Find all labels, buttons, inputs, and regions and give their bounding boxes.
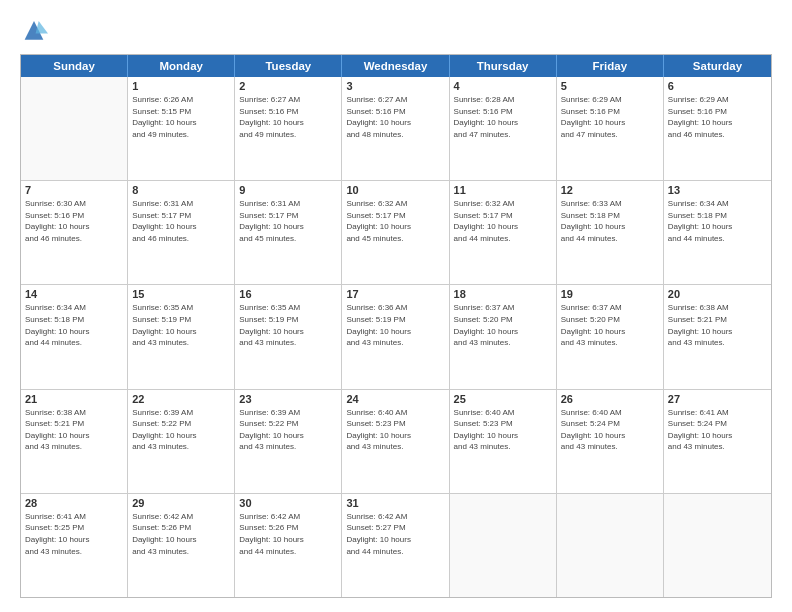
day-cell-7: 7Sunrise: 6:30 AM Sunset: 5:16 PM Daylig…	[21, 181, 128, 284]
day-number: 13	[668, 184, 767, 196]
day-info: Sunrise: 6:40 AM Sunset: 5:23 PM Dayligh…	[346, 407, 444, 453]
day-cell-17: 17Sunrise: 6:36 AM Sunset: 5:19 PM Dayli…	[342, 285, 449, 388]
day-cell-23: 23Sunrise: 6:39 AM Sunset: 5:22 PM Dayli…	[235, 390, 342, 493]
day-cell-empty-0-0	[21, 77, 128, 180]
header-cell-saturday: Saturday	[664, 55, 771, 77]
day-info: Sunrise: 6:42 AM Sunset: 5:26 PM Dayligh…	[239, 511, 337, 557]
logo-icon	[20, 18, 48, 46]
day-cell-12: 12Sunrise: 6:33 AM Sunset: 5:18 PM Dayli…	[557, 181, 664, 284]
header-cell-monday: Monday	[128, 55, 235, 77]
calendar-wrapper: SundayMondayTuesdayWednesdayThursdayFrid…	[20, 54, 772, 598]
day-number: 25	[454, 393, 552, 405]
day-info: Sunrise: 6:39 AM Sunset: 5:22 PM Dayligh…	[239, 407, 337, 453]
day-cell-27: 27Sunrise: 6:41 AM Sunset: 5:24 PM Dayli…	[664, 390, 771, 493]
day-number: 11	[454, 184, 552, 196]
day-cell-2: 2Sunrise: 6:27 AM Sunset: 5:16 PM Daylig…	[235, 77, 342, 180]
day-number: 21	[25, 393, 123, 405]
day-info: Sunrise: 6:37 AM Sunset: 5:20 PM Dayligh…	[561, 302, 659, 348]
day-cell-empty-4-6	[664, 494, 771, 597]
day-info: Sunrise: 6:27 AM Sunset: 5:16 PM Dayligh…	[346, 94, 444, 140]
day-number: 8	[132, 184, 230, 196]
week-row-2: 14Sunrise: 6:34 AM Sunset: 5:18 PM Dayli…	[21, 285, 771, 389]
page: SundayMondayTuesdayWednesdayThursdayFrid…	[0, 0, 792, 612]
day-info: Sunrise: 6:38 AM Sunset: 5:21 PM Dayligh…	[25, 407, 123, 453]
week-row-3: 21Sunrise: 6:38 AM Sunset: 5:21 PM Dayli…	[21, 390, 771, 494]
day-number: 30	[239, 497, 337, 509]
day-number: 9	[239, 184, 337, 196]
day-cell-1: 1Sunrise: 6:26 AM Sunset: 5:15 PM Daylig…	[128, 77, 235, 180]
day-number: 20	[668, 288, 767, 300]
day-number: 3	[346, 80, 444, 92]
day-cell-16: 16Sunrise: 6:35 AM Sunset: 5:19 PM Dayli…	[235, 285, 342, 388]
day-info: Sunrise: 6:37 AM Sunset: 5:20 PM Dayligh…	[454, 302, 552, 348]
day-info: Sunrise: 6:41 AM Sunset: 5:25 PM Dayligh…	[25, 511, 123, 557]
header-cell-thursday: Thursday	[450, 55, 557, 77]
day-cell-6: 6Sunrise: 6:29 AM Sunset: 5:16 PM Daylig…	[664, 77, 771, 180]
day-number: 23	[239, 393, 337, 405]
day-cell-9: 9Sunrise: 6:31 AM Sunset: 5:17 PM Daylig…	[235, 181, 342, 284]
day-cell-21: 21Sunrise: 6:38 AM Sunset: 5:21 PM Dayli…	[21, 390, 128, 493]
header	[20, 18, 772, 46]
day-info: Sunrise: 6:27 AM Sunset: 5:16 PM Dayligh…	[239, 94, 337, 140]
day-info: Sunrise: 6:38 AM Sunset: 5:21 PM Dayligh…	[668, 302, 767, 348]
svg-marker-1	[36, 21, 48, 33]
day-info: Sunrise: 6:31 AM Sunset: 5:17 PM Dayligh…	[239, 198, 337, 244]
day-number: 18	[454, 288, 552, 300]
day-info: Sunrise: 6:40 AM Sunset: 5:23 PM Dayligh…	[454, 407, 552, 453]
day-cell-26: 26Sunrise: 6:40 AM Sunset: 5:24 PM Dayli…	[557, 390, 664, 493]
day-cell-28: 28Sunrise: 6:41 AM Sunset: 5:25 PM Dayli…	[21, 494, 128, 597]
day-cell-5: 5Sunrise: 6:29 AM Sunset: 5:16 PM Daylig…	[557, 77, 664, 180]
day-info: Sunrise: 6:32 AM Sunset: 5:17 PM Dayligh…	[454, 198, 552, 244]
day-number: 16	[239, 288, 337, 300]
header-cell-wednesday: Wednesday	[342, 55, 449, 77]
day-number: 10	[346, 184, 444, 196]
day-number: 2	[239, 80, 337, 92]
header-cell-sunday: Sunday	[21, 55, 128, 77]
day-info: Sunrise: 6:31 AM Sunset: 5:17 PM Dayligh…	[132, 198, 230, 244]
day-info: Sunrise: 6:32 AM Sunset: 5:17 PM Dayligh…	[346, 198, 444, 244]
day-cell-14: 14Sunrise: 6:34 AM Sunset: 5:18 PM Dayli…	[21, 285, 128, 388]
day-cell-31: 31Sunrise: 6:42 AM Sunset: 5:27 PM Dayli…	[342, 494, 449, 597]
calendar-grid: 1Sunrise: 6:26 AM Sunset: 5:15 PM Daylig…	[21, 77, 771, 597]
day-number: 27	[668, 393, 767, 405]
day-info: Sunrise: 6:30 AM Sunset: 5:16 PM Dayligh…	[25, 198, 123, 244]
day-cell-29: 29Sunrise: 6:42 AM Sunset: 5:26 PM Dayli…	[128, 494, 235, 597]
week-row-1: 7Sunrise: 6:30 AM Sunset: 5:16 PM Daylig…	[21, 181, 771, 285]
day-info: Sunrise: 6:34 AM Sunset: 5:18 PM Dayligh…	[25, 302, 123, 348]
day-info: Sunrise: 6:36 AM Sunset: 5:19 PM Dayligh…	[346, 302, 444, 348]
day-number: 12	[561, 184, 659, 196]
day-number: 14	[25, 288, 123, 300]
day-info: Sunrise: 6:35 AM Sunset: 5:19 PM Dayligh…	[132, 302, 230, 348]
day-cell-10: 10Sunrise: 6:32 AM Sunset: 5:17 PM Dayli…	[342, 181, 449, 284]
day-number: 5	[561, 80, 659, 92]
day-cell-11: 11Sunrise: 6:32 AM Sunset: 5:17 PM Dayli…	[450, 181, 557, 284]
day-number: 26	[561, 393, 659, 405]
day-number: 6	[668, 80, 767, 92]
day-number: 24	[346, 393, 444, 405]
day-number: 7	[25, 184, 123, 196]
day-info: Sunrise: 6:39 AM Sunset: 5:22 PM Dayligh…	[132, 407, 230, 453]
day-info: Sunrise: 6:35 AM Sunset: 5:19 PM Dayligh…	[239, 302, 337, 348]
calendar-header: SundayMondayTuesdayWednesdayThursdayFrid…	[21, 55, 771, 77]
header-cell-friday: Friday	[557, 55, 664, 77]
day-number: 31	[346, 497, 444, 509]
day-info: Sunrise: 6:29 AM Sunset: 5:16 PM Dayligh…	[561, 94, 659, 140]
day-cell-3: 3Sunrise: 6:27 AM Sunset: 5:16 PM Daylig…	[342, 77, 449, 180]
day-number: 29	[132, 497, 230, 509]
logo	[20, 18, 52, 46]
day-number: 28	[25, 497, 123, 509]
day-number: 22	[132, 393, 230, 405]
week-row-0: 1Sunrise: 6:26 AM Sunset: 5:15 PM Daylig…	[21, 77, 771, 181]
day-number: 4	[454, 80, 552, 92]
day-cell-30: 30Sunrise: 6:42 AM Sunset: 5:26 PM Dayli…	[235, 494, 342, 597]
header-cell-tuesday: Tuesday	[235, 55, 342, 77]
day-cell-24: 24Sunrise: 6:40 AM Sunset: 5:23 PM Dayli…	[342, 390, 449, 493]
day-info: Sunrise: 6:33 AM Sunset: 5:18 PM Dayligh…	[561, 198, 659, 244]
day-cell-13: 13Sunrise: 6:34 AM Sunset: 5:18 PM Dayli…	[664, 181, 771, 284]
day-number: 1	[132, 80, 230, 92]
day-info: Sunrise: 6:41 AM Sunset: 5:24 PM Dayligh…	[668, 407, 767, 453]
day-info: Sunrise: 6:26 AM Sunset: 5:15 PM Dayligh…	[132, 94, 230, 140]
day-info: Sunrise: 6:29 AM Sunset: 5:16 PM Dayligh…	[668, 94, 767, 140]
day-cell-19: 19Sunrise: 6:37 AM Sunset: 5:20 PM Dayli…	[557, 285, 664, 388]
day-info: Sunrise: 6:28 AM Sunset: 5:16 PM Dayligh…	[454, 94, 552, 140]
